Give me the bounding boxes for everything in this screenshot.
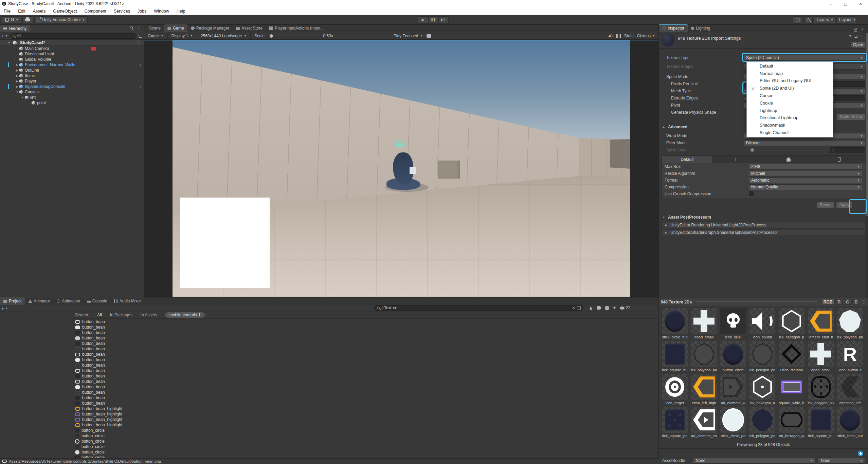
texture-thumbnail[interactable] [662, 308, 688, 334]
scope-in-packages[interactable]: In Packages [110, 313, 132, 317]
selected-asset-path[interactable]: Assets/Resources/UI/Texture/mobile-contr… [9, 459, 161, 463]
kebab-menu-icon[interactable]: ⋮ [862, 300, 866, 304]
asset-row[interactable]: button_bean [72, 352, 659, 357]
texture-thumbnail[interactable] [837, 308, 863, 334]
resolution-dropdown[interactable]: 2560x1440 Landscape▼ [198, 33, 249, 39]
search-button[interactable] [804, 16, 813, 23]
help-icon[interactable]: ? [849, 34, 851, 39]
texture-thumbnail-cell[interactable]: dpad_small [806, 341, 835, 374]
texture-thumbnail[interactable] [691, 341, 717, 367]
foldout-arrow[interactable]: ▶ [15, 74, 19, 77]
compression-dropdown[interactable]: Normal Quality▼ [749, 184, 862, 190]
bottom-tab[interactable]: Console [84, 297, 111, 305]
asset-name[interactable]: button_circle [82, 433, 105, 438]
clear-search-icon[interactable]: ✕ [572, 305, 575, 310]
texture-thumbnail-cell[interactable]: dpad_small [689, 308, 719, 341]
foldout-arrow[interactable]: ▶ [664, 224, 668, 227]
game-render[interactable] [173, 40, 630, 297]
scrollbar-thumb[interactable] [866, 33, 868, 216]
step-button[interactable]: ▶❘ [438, 16, 449, 23]
cloud-button[interactable] [22, 16, 33, 23]
texture-thumbnail-cell[interactable]: tick_square_nu [660, 341, 689, 374]
asset-name[interactable]: button_circle [82, 444, 105, 449]
asset-row[interactable]: button_bean [72, 319, 659, 324]
asset-row[interactable]: button_bean [72, 330, 659, 335]
asset-name[interactable]: button_bean_highlight [82, 423, 122, 427]
texture-thumbnail[interactable] [779, 374, 804, 400]
scene-header-row[interactable]: ▼ StudyCase4* ⋮ [0, 40, 144, 46]
display-dropdown[interactable]: Display 1▼ [169, 33, 195, 39]
menu-item[interactable]: Component [80, 9, 110, 14]
asset-row[interactable]: button_circle [72, 433, 659, 439]
chevron-right-icon[interactable]: › [140, 62, 141, 67]
foldout-arrow[interactable]: ▶ [15, 63, 19, 67]
texture-thumbnail-cell[interactable]: R icon_button_r [835, 341, 865, 374]
hierarchy-row[interactable]: ▶ Environment_Narrow_Walls › [0, 62, 144, 68]
hierarchy-row[interactable]: ▼ Canvas [0, 89, 144, 95]
layers-dropdown[interactable]: Layers ▼ [814, 16, 835, 23]
asset-row[interactable]: button_bean [72, 357, 659, 363]
maximize-button[interactable]: ▢ [838, 0, 853, 7]
asset-row[interactable]: button_bean_highlight [72, 417, 659, 422]
menu-option[interactable]: Default [747, 62, 833, 70]
asset-row[interactable]: button_circle [72, 439, 659, 444]
asset-name[interactable]: button_bean_highlight [82, 406, 122, 411]
texture-thumbnail-cell[interactable]: lement_east_h [806, 308, 835, 341]
asset-name[interactable]: button_bean [82, 319, 105, 324]
scope-in-assets[interactable]: In Assets [141, 313, 157, 317]
asset-row[interactable]: button_bean [72, 324, 659, 330]
menu-option[interactable]: Lightmap [747, 107, 833, 114]
texture-thumbnail[interactable] [720, 308, 746, 334]
foldout-arrow[interactable]: ▶ [15, 80, 19, 83]
asset-name[interactable]: button_bean [82, 379, 105, 384]
undo-history-button[interactable] [793, 16, 803, 23]
texture-thumbnail[interactable] [720, 374, 746, 400]
texture-thumbnail-cell[interactable]: ick_polygon_pa [689, 341, 719, 374]
texture-thumbnail-cell[interactable]: ad_element_ea [689, 407, 719, 440]
gameobject-name[interactable]: Canvas [25, 90, 39, 94]
asset-row[interactable]: button_circle [72, 455, 659, 458]
foldout-arrow[interactable]: ▼ [20, 96, 25, 99]
platform-tab-android[interactable] [763, 156, 814, 163]
hierarchy-row[interactable]: Directional Light [0, 51, 144, 57]
asset-row[interactable]: button_bean_highlight [72, 422, 659, 428]
gameobject-name[interactable]: Environment_Narrow_Walls [25, 62, 75, 67]
lock-icon[interactable] [130, 28, 133, 30]
foldout-arrow[interactable]: ▶ [15, 85, 19, 88]
device-simulator-icon[interactable] [427, 34, 431, 38]
filter-by-label-icon[interactable] [597, 306, 601, 310]
gameobject-name[interactable]: Items [25, 73, 35, 78]
postprocessor-row[interactable]: ▶ UnityEditor.ShaderGraph.ShaderGraphAss… [662, 229, 865, 236]
open-button[interactable]: Open [851, 42, 865, 48]
gameobject-name[interactable]: IngameDebugConsole [25, 84, 65, 89]
asset-row[interactable]: button_bean [72, 363, 659, 368]
asset-row[interactable]: button_bean [72, 335, 659, 341]
assetbundle-tag-icon[interactable] [858, 451, 863, 456]
asset-row[interactable]: button_bean [72, 379, 659, 384]
gameobject-name[interactable]: Global Volume [25, 57, 51, 62]
asset-name[interactable]: button_bean_highlight [82, 412, 122, 416]
texture-thumbnail-cell[interactable]: utton_diamon [777, 341, 806, 374]
channel-button[interactable]: B [852, 299, 860, 305]
texture-thumbnail-cell[interactable]: ick_polygon_pa [748, 341, 777, 374]
tab-inspector[interactable]: ⓘ Inspector [659, 24, 688, 32]
max-size-dropdown[interactable]: 2048▼ [749, 164, 862, 170]
hierarchy-search-input[interactable]: All [10, 33, 137, 39]
texture-thumbnail-cell[interactable]: direction_left [835, 374, 865, 407]
menu-option[interactable]: Single Channel [747, 129, 833, 136]
asset-row[interactable]: button_bean [72, 341, 659, 346]
gameobject-name[interactable]: Main Camera [25, 46, 49, 51]
version-control-dropdown[interactable]: Unity Version Control ▼ [34, 16, 88, 23]
gameobject-name[interactable]: Directional Light [25, 52, 54, 56]
resize-algorithm-dropdown[interactable]: Mitchell▼ [749, 171, 862, 177]
menu-option[interactable]: Directional Lightmap [747, 114, 833, 122]
audio-mute-icon[interactable]: ◄) [607, 34, 613, 38]
asset-name[interactable]: button_bean [82, 401, 105, 406]
gameobject-name[interactable]: left [30, 95, 36, 100]
texture-thumbnail-cell[interactable]: ick_polygon_pa [748, 407, 777, 440]
assetbundle-dropdown[interactable]: None▼ [693, 458, 815, 464]
kebab-menu-icon[interactable]: ⋮ [861, 27, 865, 32]
texture-thumbnail-cell[interactable]: stick_circle_pa [719, 407, 748, 440]
view-tab[interactable]: Game [164, 24, 187, 32]
texture-thumbnail[interactable] [749, 407, 775, 433]
